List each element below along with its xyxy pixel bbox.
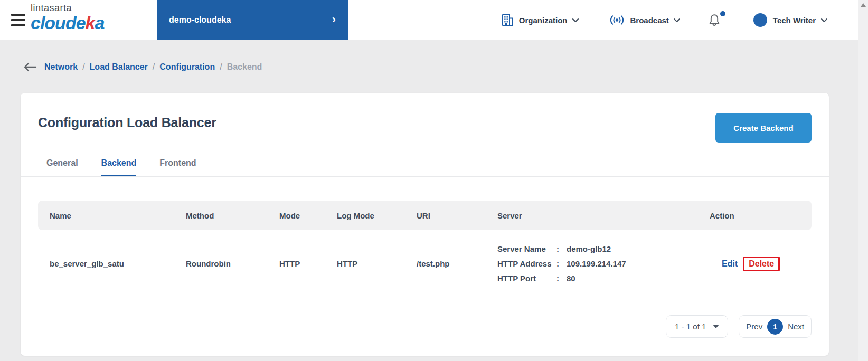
app-window: lintasarta cloudeka demo-cloudeka › <box>0 0 858 361</box>
breadcrumb-current-backend: Backend <box>227 62 262 72</box>
cell-log-mode: HTTP <box>325 259 405 268</box>
column-header-action: Action <box>698 211 812 220</box>
breadcrumb-separator: / <box>82 62 84 72</box>
user-menu[interactable]: Tech Writer <box>753 13 828 27</box>
range-label: 1 - 1 of 1 <box>675 322 706 331</box>
scrollbar[interactable] <box>858 0 868 361</box>
prev-button[interactable]: Prev <box>746 322 762 331</box>
scroll-up-arrow-icon[interactable] <box>861 3 866 7</box>
organization-dropdown[interactable]: Organization <box>501 13 579 27</box>
rows-per-page-dropdown[interactable]: 1 - 1 of 1 <box>666 315 728 338</box>
breadcrumb-link-configuration[interactable]: Configuration <box>159 62 215 72</box>
annotation-highlight-box: Delete <box>743 256 780 271</box>
breadcrumb-separator: / <box>153 62 155 72</box>
logo-cloudeka: cloudeka <box>31 14 104 32</box>
http-address-line: HTTP Address : 109.199.214.147 <box>497 256 698 271</box>
broadcast-label: Broadcast <box>630 16 669 25</box>
back-arrow-icon[interactable] <box>23 62 37 72</box>
create-backend-button[interactable]: Create Backend <box>715 113 812 142</box>
breadcrumb-link-load-balancer[interactable]: Load Balancer <box>90 62 148 72</box>
user-name: Tech Writer <box>773 16 816 25</box>
cell-name: be_server_glb_satu <box>38 259 174 268</box>
chevron-right-icon: › <box>332 14 336 25</box>
column-header-uri: URI <box>405 211 486 220</box>
logo-lintasarta: lintasarta <box>31 3 104 13</box>
configuration-card: Configuration Load Balancer Create Backe… <box>21 93 829 356</box>
project-selector[interactable]: demo-cloudeka › <box>157 0 348 40</box>
pagination: 1 - 1 of 1 Prev 1 Next <box>38 315 812 338</box>
cell-mode: HTTP <box>268 259 325 268</box>
page-title: Configuration Load Balancer <box>38 115 216 130</box>
broadcast-dropdown[interactable]: Broadcast <box>609 14 681 26</box>
next-button[interactable]: Next <box>788 322 804 331</box>
page-content: Network / Load Balancer / Configuration … <box>0 40 858 356</box>
tabs-bar: General Backend Frontend <box>21 158 829 177</box>
page-1-button[interactable]: 1 <box>767 319 783 335</box>
building-icon <box>501 13 514 27</box>
cell-uri: /test.php <box>405 259 486 268</box>
chevron-down-icon <box>673 18 681 23</box>
column-header-name: Name <box>38 211 174 220</box>
table-header-row: Name Method Mode Log Mode URI Server Act… <box>38 201 812 230</box>
brand-logo: lintasarta cloudeka <box>31 3 104 32</box>
chevron-down-icon <box>572 18 579 23</box>
card-header: Configuration Load Balancer Create Backe… <box>21 93 829 142</box>
tab-frontend[interactable]: Frontend <box>159 158 196 176</box>
broadcast-icon <box>609 14 625 26</box>
hamburger-menu-icon[interactable] <box>11 14 26 26</box>
notification-bell-button[interactable] <box>708 13 721 27</box>
breadcrumb: Network / Load Balancer / Configuration … <box>23 59 858 75</box>
bell-icon <box>708 13 721 27</box>
project-name: demo-cloudeka <box>169 15 231 25</box>
chevron-down-icon <box>820 18 828 23</box>
viewport: lintasarta cloudeka demo-cloudeka › <box>0 0 868 361</box>
backend-table: Name Method Mode Log Mode URI Server Act… <box>21 201 829 338</box>
breadcrumb-separator: / <box>220 62 222 72</box>
column-header-log-mode: Log Mode <box>325 211 405 220</box>
tab-backend[interactable]: Backend <box>101 158 137 176</box>
organization-label: Organization <box>519 16 568 25</box>
topbar-actions: Organization <box>501 0 828 40</box>
caret-down-icon <box>713 325 719 328</box>
pager: Prev 1 Next <box>739 315 812 338</box>
tab-general[interactable]: General <box>46 158 78 176</box>
table-row: be_server_glb_satu Roundrobin HTTP HTTP … <box>38 230 812 297</box>
cell-actions: Edit Delete <box>698 256 812 271</box>
http-port-line: HTTP Port : 80 <box>497 271 698 286</box>
column-header-method: Method <box>174 211 268 220</box>
user-avatar <box>753 13 767 27</box>
column-header-server: Server <box>486 211 698 220</box>
topbar: lintasarta cloudeka demo-cloudeka › <box>0 0 858 40</box>
cell-server-details: Server Name : demo-glb12 HTTP Address : … <box>486 242 698 286</box>
edit-link[interactable]: Edit <box>722 259 738 269</box>
delete-link[interactable]: Delete <box>749 259 774 268</box>
breadcrumb-link-network[interactable]: Network <box>44 62 78 72</box>
cell-method: Roundrobin <box>174 259 268 268</box>
column-header-mode: Mode <box>268 211 325 220</box>
notification-badge-dot <box>720 11 725 16</box>
server-name-line: Server Name : demo-glb12 <box>497 242 698 256</box>
